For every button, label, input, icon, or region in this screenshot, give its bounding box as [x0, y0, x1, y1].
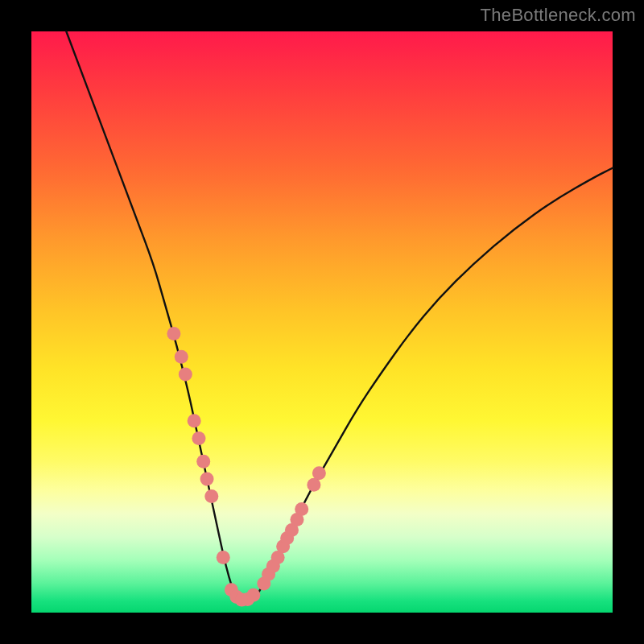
- curve-marker: [204, 489, 218, 503]
- curve-svg: [31, 31, 613, 613]
- curve-marker: [246, 588, 260, 602]
- curve-marker: [192, 431, 205, 445]
- curve-marker: [200, 472, 214, 485]
- plot-area: [31, 31, 613, 613]
- curve-markers: [167, 327, 326, 607]
- curve-marker: [175, 350, 188, 364]
- curve-marker: [312, 466, 326, 480]
- curve-marker: [295, 502, 308, 516]
- bottleneck-curve: [66, 31, 613, 604]
- curve-marker: [196, 455, 210, 469]
- curve-marker: [307, 478, 320, 492]
- curve-marker: [188, 414, 201, 427]
- curve-marker: [217, 551, 230, 564]
- curve-marker: [179, 367, 192, 381]
- curve-marker: [167, 327, 180, 341]
- watermark-text: TheBottleneck.com: [481, 5, 636, 26]
- chart-stage: TheBottleneck.com: [0, 0, 644, 644]
